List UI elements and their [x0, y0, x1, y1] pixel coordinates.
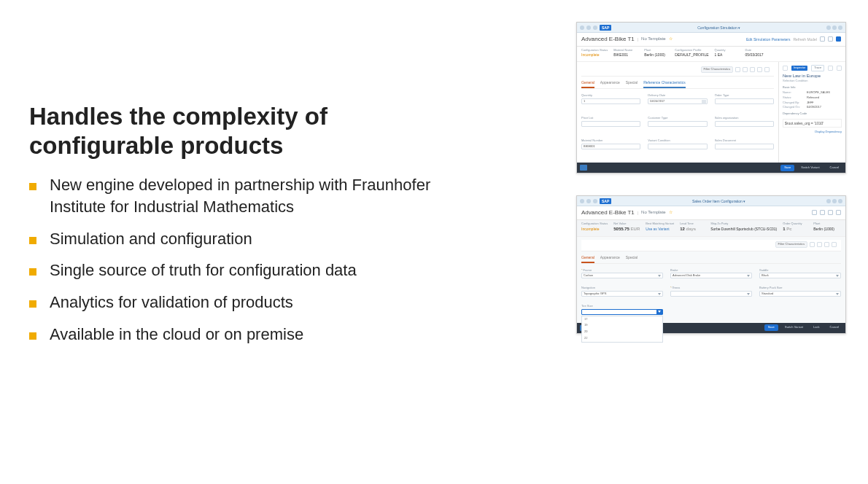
expand-icon[interactable]	[820, 210, 825, 215]
filter-control-icon[interactable]	[757, 67, 762, 72]
select-value: Standard	[762, 292, 773, 296]
object-meta-row: Configuration StatusIncomplete Net Value…	[577, 220, 845, 237]
field-label: *Gross	[670, 286, 752, 290]
net-value-number: 5055.75	[613, 227, 630, 231]
meta-value: 1 Pc	[783, 227, 807, 232]
filter-control-icon[interactable]	[750, 67, 755, 72]
quantity-input[interactable]: 1	[581, 98, 640, 104]
fullscreen-icon[interactable]	[828, 210, 833, 215]
trace-button[interactable]: Trace	[811, 65, 824, 71]
notification-icon	[832, 199, 837, 203]
filter-chip[interactable]: Filter Characteristics	[701, 66, 733, 73]
frame-select[interactable]: Carbon	[581, 273, 663, 278]
dropdown-option[interactable]: 22	[582, 335, 662, 342]
tab-special[interactable]: Special	[626, 79, 638, 88]
cancel-button[interactable]: Cancel	[826, 324, 842, 331]
edit-params-link[interactable]: Edit Simulation Parameters	[746, 37, 791, 42]
gross-select[interactable]	[670, 291, 752, 297]
slide-heading: Handles the complexity of configurable p…	[29, 102, 452, 160]
field-label: Order Type	[715, 94, 774, 98]
customer-type-input[interactable]	[648, 121, 707, 127]
resize-panel-icon[interactable]	[837, 66, 842, 71]
tab-appearance[interactable]: Appearance	[600, 79, 620, 88]
meta-label: Configuration Profile	[675, 49, 708, 52]
sales-org-input[interactable]	[715, 121, 774, 127]
kv-value: 04/09/2017	[807, 106, 821, 109]
price-list-input[interactable]	[581, 121, 640, 127]
kv-key: Status:	[783, 96, 805, 100]
tire-size-dropdown-list: 17 19 20 22	[581, 316, 663, 343]
tab-bar: General Appearance Special	[581, 254, 841, 264]
display-dependency-link[interactable]: Display Dependency	[783, 130, 842, 134]
filter-control-icon[interactable]	[810, 242, 815, 247]
cancel-button[interactable]: Cancel	[826, 165, 842, 171]
oq-unit: Pc	[786, 227, 791, 231]
meta-label: Best Matching Variant	[646, 222, 674, 226]
filter-control-icon[interactable]	[743, 67, 748, 72]
switch-variant-button[interactable]: Switch Variant	[797, 165, 823, 171]
meta-label: Net Value	[613, 222, 640, 226]
meta-value: 5055.75 EUR	[613, 227, 640, 232]
variant-condition-input[interactable]	[648, 144, 707, 149]
filter-chip[interactable]: Filter Characteristics	[775, 241, 807, 248]
dropdown-toggle-icon[interactable]	[656, 309, 662, 315]
kv-key: Changed By:	[783, 101, 805, 105]
message-icon[interactable]	[580, 165, 587, 171]
refresh-link[interactable]: Refresh Model	[793, 37, 817, 42]
save-button[interactable]: Save	[764, 324, 778, 331]
field-label: Brake	[670, 269, 752, 273]
kv-value: Released	[807, 96, 819, 100]
material-number-input[interactable]: BIKE001	[581, 144, 640, 149]
save-button[interactable]: Save	[780, 165, 794, 171]
bullet-list: New engine developed in partnership with…	[29, 174, 452, 345]
search-icon	[826, 199, 831, 203]
tab-general[interactable]: General	[581, 79, 594, 88]
filter-control-icon[interactable]	[824, 242, 829, 247]
tab-ref-characteristics[interactable]: Reference Characteristics	[643, 79, 686, 88]
calendar-icon[interactable]	[702, 100, 706, 104]
object-meta-row: Configuration StatusIncomplete Material …	[577, 47, 845, 63]
meta-label: Configuration Status	[581, 49, 608, 52]
inspector-toggle-icon[interactable]	[836, 210, 841, 215]
bullet-item: Analytics for validation of products	[29, 292, 452, 313]
switch-variant-button[interactable]: Switch Variant	[781, 324, 807, 331]
meta-label: Quantity	[715, 49, 740, 52]
kv-key: Name:	[783, 91, 805, 95]
app-title: Sales Order Item Configuration ▾	[613, 199, 824, 203]
filter-control-icon[interactable]	[832, 242, 837, 247]
expand-icon[interactable]	[828, 36, 833, 42]
close-icon[interactable]	[820, 36, 825, 42]
inspector-toggle-button[interactable]	[836, 36, 841, 42]
field-label: Sales organization	[715, 117, 774, 120]
lock-button[interactable]: Lock	[810, 324, 823, 331]
inspector-button[interactable]: Inspector	[791, 66, 807, 71]
delivery-date-input[interactable]: 04/24/2017	[648, 98, 707, 104]
filter-control-icon[interactable]	[817, 242, 822, 247]
filter-control-icon[interactable]	[764, 67, 770, 72]
app-shell-header: SAP Sales Order Item Configuration ▾	[577, 196, 845, 206]
avatar-icon	[580, 26, 584, 30]
tire-size-select[interactable]: 17 19 20 22	[581, 309, 663, 315]
dropdown-option[interactable]: 20	[582, 329, 662, 335]
sales-document-input[interactable]	[715, 144, 774, 149]
dropdown-option[interactable]: 19	[582, 322, 662, 329]
filter-control-icon[interactable]	[735, 67, 740, 72]
dropdown-option[interactable]: 17	[582, 316, 662, 323]
use-variant-link[interactable]: Use as Variant	[646, 227, 674, 231]
meta-value: 1 EA	[715, 52, 740, 57]
navigation-select[interactable]: Topographic GPS	[581, 291, 663, 297]
tab-general[interactable]: General	[581, 254, 594, 263]
field-label: Price List	[581, 117, 640, 120]
caret-down-icon	[747, 275, 750, 277]
brake-select[interactable]: Advanced Disk Brake	[670, 273, 752, 278]
saddle-select[interactable]: Black	[759, 273, 841, 278]
battery-select[interactable]: Standard	[759, 291, 841, 297]
nav-prev-icon[interactable]	[783, 66, 788, 71]
tab-special[interactable]: Special	[626, 254, 638, 263]
close-panel-icon[interactable]	[828, 66, 833, 71]
meta-label: Plant	[644, 49, 669, 52]
settings-icon[interactable]	[812, 210, 817, 215]
product-name: Advanced E-Bike T1	[581, 36, 635, 43]
order-type-input[interactable]	[715, 98, 774, 104]
tab-appearance[interactable]: Appearance	[600, 254, 620, 263]
